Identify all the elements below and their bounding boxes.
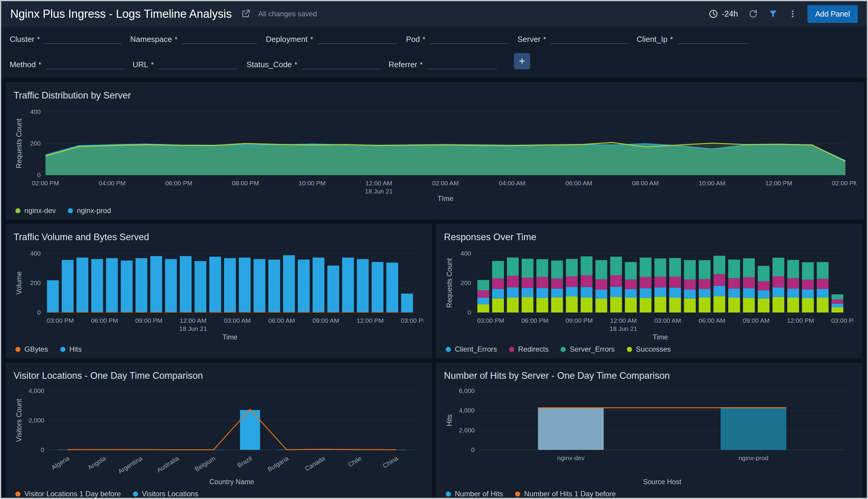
legend-label: Redirects (518, 345, 549, 353)
legend-item[interactable]: Server_Errors (561, 345, 614, 353)
filter-label: Referrer* (389, 60, 423, 69)
share-icon (241, 9, 250, 19)
svg-text:18 Jun 21: 18 Jun 21 (365, 188, 393, 195)
dashboard-body: Traffic Distribution by Server 020040002… (1, 78, 867, 499)
visitor-locations-chart: 02,0004,000AlgeriaAngolaArgentinaAustral… (14, 388, 424, 487)
legend-item[interactable]: GBytes (15, 345, 48, 353)
svg-text:Requests Count: Requests Count (15, 119, 23, 168)
traffic-volume-chart: 020040003:00 PM06:00 PM09:00 PM12:00 AM1… (14, 249, 424, 343)
svg-text:02:00 PM: 02:00 PM (32, 180, 59, 186)
filter-pod: Pod* (406, 33, 517, 44)
filter-namespace-input[interactable] (182, 33, 257, 44)
legend-item[interactable]: Client_Errors (446, 345, 497, 353)
svg-text:2,000: 2,000 (459, 427, 475, 434)
chart-legend: Client_ErrorsRedirectsServer_ErrorsSucce… (444, 345, 854, 353)
legend-swatch (627, 347, 632, 352)
add-panel-button[interactable]: Add Panel (807, 5, 858, 23)
legend-swatch (68, 208, 73, 213)
filter-client-ip: Client_Ip* (637, 33, 757, 44)
svg-text:02:00 PM: 02:00 PM (832, 180, 856, 186)
svg-text:06:00 PM: 06:00 PM (165, 180, 192, 186)
legend-swatch (133, 491, 138, 497)
filter-url-input[interactable] (159, 59, 237, 69)
panel-title: Responses Over Time (444, 232, 854, 243)
time-range-selector[interactable]: -24h (709, 9, 738, 19)
svg-text:0: 0 (41, 446, 44, 453)
add-filter-button[interactable]: + (514, 53, 530, 69)
svg-text:06:00 AM: 06:00 AM (268, 317, 295, 324)
legend-item[interactable]: Visitor Locations 1 Day before (15, 490, 121, 498)
svg-text:Bulgaria: Bulgaria (266, 455, 290, 473)
filter-method-input[interactable] (46, 59, 124, 69)
svg-text:400: 400 (461, 250, 471, 257)
panel-hits-by-server: Number of Hits by Server - One Day Time … (437, 363, 862, 499)
legend-item[interactable]: Redirects (509, 345, 549, 353)
filter-cluster-input[interactable] (45, 33, 121, 44)
svg-text:200: 200 (30, 279, 41, 286)
panel-title: Traffic Distribution by Server (14, 90, 856, 101)
svg-text:Algeria: Algeria (50, 455, 71, 471)
chart-legend: Number of HitsNumber of Hits 1 Day befor… (444, 490, 854, 498)
refresh-button[interactable] (748, 9, 758, 19)
svg-text:06:00 PM: 06:00 PM (522, 317, 549, 324)
toolbar: -24h Add Panel (709, 5, 858, 23)
required-marker: * (310, 36, 313, 44)
filter-label: Client_Ip* (637, 35, 673, 44)
filter-label: Status_Code* (246, 60, 297, 69)
legend-item[interactable]: Number of Hits 1 Day before (515, 490, 616, 498)
svg-text:06:00 AM: 06:00 AM (565, 180, 592, 186)
svg-text:Chile: Chile (347, 455, 363, 468)
svg-text:4,000: 4,000 (459, 407, 475, 414)
required-marker: * (175, 36, 178, 44)
required-marker: * (151, 61, 154, 69)
panel-title: Traffic Volume and Bytes Served (14, 232, 424, 243)
filter-status-code-input[interactable] (302, 59, 379, 69)
legend-label: Visitor Locations 1 Day before (24, 490, 121, 498)
filter-label: URL* (133, 60, 154, 69)
filter-label: Pod* (406, 35, 425, 44)
panel-visitor-locations: Visitor Locations - One Day Time Compari… (6, 363, 431, 499)
svg-text:nginx-prod: nginx-prod (738, 454, 768, 461)
top-bar: Nginx Plus Ingress - Logs Timeline Analy… (1, 1, 867, 26)
svg-text:12:00 AM: 12:00 AM (180, 317, 206, 324)
legend-label: GBytes (24, 345, 48, 353)
filter-pod-input[interactable] (430, 33, 509, 44)
legend-item[interactable]: Successes (627, 345, 671, 353)
legend-label: Successes (636, 345, 671, 353)
filter-referrer-input[interactable] (427, 59, 497, 69)
svg-text:Volume: Volume (15, 271, 23, 295)
required-marker: * (543, 36, 546, 44)
legend-swatch (561, 347, 566, 352)
filter-deployment-input[interactable] (318, 33, 397, 44)
page-title: Nginx Plus Ingress - Logs Timeline Analy… (10, 8, 232, 21)
legend-item[interactable]: Visitors Locations (133, 490, 199, 498)
svg-text:2,000: 2,000 (28, 417, 44, 424)
legend-label: Number of Hits (455, 490, 503, 498)
svg-text:Argentina: Argentina (117, 455, 144, 475)
more-options-button[interactable] (788, 9, 797, 19)
filter-label: Method* (10, 60, 41, 69)
legend-item[interactable]: Number of Hits (446, 490, 503, 498)
legend-item[interactable]: nginx-prod (68, 206, 111, 215)
svg-text:04:00 PM: 04:00 PM (99, 180, 126, 186)
save-status: All changes saved (258, 10, 317, 18)
legend-item[interactable]: Hits (60, 345, 82, 353)
svg-text:06:00 AM: 06:00 AM (699, 317, 725, 324)
filter-server-input[interactable] (551, 33, 627, 44)
filter-deployment: Deployment* (266, 33, 406, 44)
clock-icon (709, 9, 718, 19)
kebab-menu-icon (788, 9, 797, 19)
filter-client-ip-input[interactable] (678, 33, 748, 44)
svg-text:Hits: Hits (445, 414, 453, 426)
share-button[interactable] (241, 9, 250, 19)
svg-text:12:00 PM: 12:00 PM (765, 180, 792, 186)
filter-button[interactable] (768, 9, 778, 19)
filter-referrer: Referrer* (389, 59, 506, 69)
filter-status-code: Status_Code* (246, 59, 389, 69)
svg-text:18 Jun 21: 18 Jun 21 (179, 325, 207, 332)
legend-label: Number of Hits 1 Day before (524, 490, 616, 498)
legend-label: nginx-dev (24, 206, 56, 215)
legend-item[interactable]: nginx-dev (15, 206, 56, 215)
refresh-icon (748, 9, 758, 19)
svg-text:0: 0 (37, 309, 41, 316)
